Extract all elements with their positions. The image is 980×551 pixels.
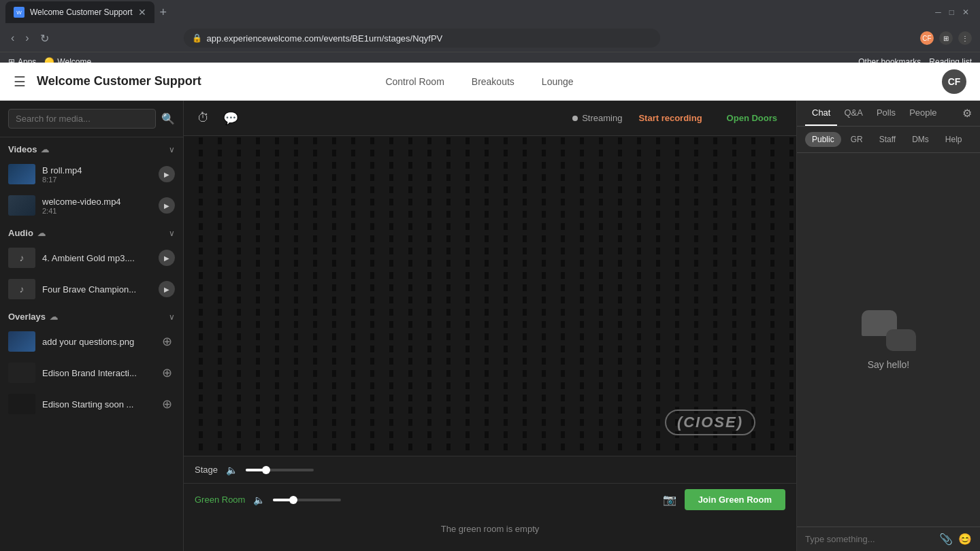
chat-bubble-icon[interactable]: 💬 <box>220 108 241 129</box>
sub-tab-dms[interactable]: DMs <box>905 132 936 147</box>
play-brave-btn[interactable]: ▶ <box>159 281 175 297</box>
green-room-label: Green Room <box>195 495 245 505</box>
video-item-welcome[interactable]: welcome-video.mp4 2:41 ▶ <box>0 190 183 221</box>
overlays-section-header: Overlays ☁ ∨ <box>0 305 183 326</box>
tab-people[interactable]: People <box>902 101 943 126</box>
overlay-item-starting[interactable]: Edison Starting soon ... ⊕ <box>0 388 183 420</box>
stage-controls: Stage 🔈 <box>184 456 796 483</box>
forward-btn[interactable]: › <box>22 29 31 47</box>
chat-settings-icon[interactable]: ⚙ <box>962 107 972 120</box>
chat-bubbles-illustration <box>862 310 916 351</box>
audio-section-title: Audio ☁ <box>8 228 46 238</box>
hamburger-menu-icon[interactable]: ☰ <box>14 73 26 90</box>
sub-tab-help[interactable]: Help <box>938 132 969 147</box>
videos-chevron-icon[interactable]: ∨ <box>169 145 175 154</box>
audio-label: Audio <box>8 228 33 238</box>
video-duration-welcome: 2:41 <box>42 207 152 215</box>
videos-section-header: Videos ☁ ∨ <box>0 137 183 158</box>
overlay-info-brand: Edison Brand Interacti... <box>42 368 152 378</box>
chat-attach-icon[interactable]: 📎 <box>939 533 953 546</box>
nav-lounge[interactable]: Lounge <box>542 73 574 90</box>
open-doors-btn[interactable]: Open Doors <box>719 109 785 127</box>
extension-icon[interactable]: ⊞ <box>939 31 953 45</box>
streaming-badge: Streaming <box>572 113 622 123</box>
overlay-item-brand[interactable]: Edison Brand Interacti... ⊕ <box>0 357 183 388</box>
sub-tab-public[interactable]: Public <box>805 132 841 147</box>
profile-icon[interactable]: CF <box>920 31 934 45</box>
search-icon[interactable]: 🔍 <box>161 112 175 125</box>
videos-label: Videos <box>8 144 37 154</box>
audio-info-ambient: 4. Ambient Gold mp3.... <box>42 253 152 263</box>
app: ☰ Welcome Customer Support Control Room … <box>0 63 980 551</box>
stage-volume-slider[interactable] <box>246 469 314 471</box>
tab-close-btn[interactable]: ✕ <box>138 7 146 18</box>
overlay-thumb-brand <box>8 363 35 383</box>
nav-control-room[interactable]: Control Room <box>385 73 444 90</box>
overlay-name-brand: Edison Brand Interacti... <box>42 368 152 378</box>
chat-input[interactable] <box>805 534 934 544</box>
active-tab[interactable]: W Welcome Customer Support ✕ <box>5 1 154 23</box>
stage-video: (CIOSE) <box>184 136 796 456</box>
sub-tab-staff[interactable]: Staff <box>872 132 902 147</box>
video-duration-broll: 8:17 <box>42 176 152 184</box>
video-item-broll[interactable]: B roll.mp4 8:17 ▶ <box>0 158 183 190</box>
browser-chrome: W Welcome Customer Support ✕ + ─ □ ✕ ‹ ›… <box>0 0 980 63</box>
stage-volume-thumb <box>262 466 270 474</box>
timer-icon[interactable]: ⏱ <box>195 108 212 128</box>
overlays-chevron-icon[interactable]: ∨ <box>169 312 175 322</box>
streaming-dot <box>572 116 578 121</box>
audio-chevron-icon[interactable]: ∨ <box>169 229 175 238</box>
stage-volume-fill <box>246 469 266 471</box>
tab-qa[interactable]: Q&A <box>837 101 869 126</box>
audio-item-brave[interactable]: ♪ Four Brave Champion... ▶ <box>0 273 183 305</box>
minimize-btn[interactable]: ─ <box>935 7 941 17</box>
add-overlay-brand-btn[interactable]: ⊕ <box>159 365 175 381</box>
nav-breakouts[interactable]: Breakouts <box>472 73 514 90</box>
chat-tabs: Chat Q&A Polls People ⚙ <box>797 101 980 127</box>
add-overlay-questions-btn[interactable]: ⊕ <box>159 333 175 350</box>
overlays-label: Overlays <box>8 312 46 322</box>
join-green-room-btn[interactable]: Join Green Room <box>685 489 785 510</box>
video-thumb-broll <box>8 164 35 184</box>
center-area: ⏱ 💬 Streaming Start recording Open Doors… <box>184 101 796 551</box>
overlays-cloud-icon: ☁ <box>50 312 58 322</box>
user-avatar[interactable]: CF <box>942 69 966 94</box>
close-btn[interactable]: ✕ <box>962 7 969 17</box>
videos-section-title: Videos ☁ <box>8 144 49 154</box>
audio-item-ambient[interactable]: ♪ 4. Ambient Gold mp3.... ▶ <box>0 242 183 273</box>
play-welcome-btn[interactable]: ▶ <box>159 197 175 214</box>
sidebar: 🔍 Videos ☁ ∨ B roll.mp4 8:17 ▶ <box>0 101 184 551</box>
tab-title: Welcome Customer Support <box>30 7 133 17</box>
streaming-label: Streaming <box>582 113 622 123</box>
green-room-volume-slider[interactable] <box>273 499 341 501</box>
stage-logo: (CIOSE) <box>665 410 755 435</box>
overlay-info-starting: Edison Starting soon ... <box>42 399 152 410</box>
tab-chat[interactable]: Chat <box>805 101 837 126</box>
video-name-welcome: welcome-video.mp4 <box>42 197 152 207</box>
chat-emoji-icon[interactable]: 😊 <box>958 533 972 546</box>
overlay-info-questions: add your questions.png <box>42 337 152 347</box>
sub-tab-gr[interactable]: GR <box>844 132 870 147</box>
overlay-thumb-starting <box>8 394 35 414</box>
right-panel: Chat Q&A Polls People ⚙ Public GR Staff … <box>796 101 980 551</box>
add-overlay-starting-btn[interactable]: ⊕ <box>159 396 175 412</box>
start-recording-btn[interactable]: Start recording <box>630 109 710 127</box>
app-header: ☰ Welcome Customer Support Control Room … <box>0 63 980 101</box>
stage-toolbar: ⏱ 💬 Streaming Start recording Open Doors <box>184 101 796 136</box>
settings-browser-icon[interactable]: ⋮ <box>958 31 972 45</box>
url-bar[interactable]: 🔒 app.experiencewelcome.com/events/BE1ur… <box>184 29 660 48</box>
back-btn[interactable]: ‹ <box>8 29 17 47</box>
url-text: app.experiencewelcome.com/events/BE1urn/… <box>206 33 442 44</box>
refresh-btn[interactable]: ↻ <box>37 29 52 48</box>
stage-label: Stage <box>195 465 218 475</box>
audio-name-ambient: 4. Ambient Gold mp3.... <box>42 253 152 263</box>
videos-cloud-icon: ☁ <box>41 145 49 154</box>
new-tab-btn[interactable]: + <box>154 5 173 20</box>
search-input[interactable] <box>8 109 156 129</box>
tab-polls[interactable]: Polls <box>870 101 902 126</box>
play-broll-btn[interactable]: ▶ <box>159 166 175 182</box>
play-ambient-btn[interactable]: ▶ <box>159 250 175 266</box>
green-room-camera-icon[interactable]: 📷 <box>663 493 676 506</box>
maximize-btn[interactable]: □ <box>949 7 954 17</box>
overlay-item-questions[interactable]: add your questions.png ⊕ <box>0 326 183 357</box>
